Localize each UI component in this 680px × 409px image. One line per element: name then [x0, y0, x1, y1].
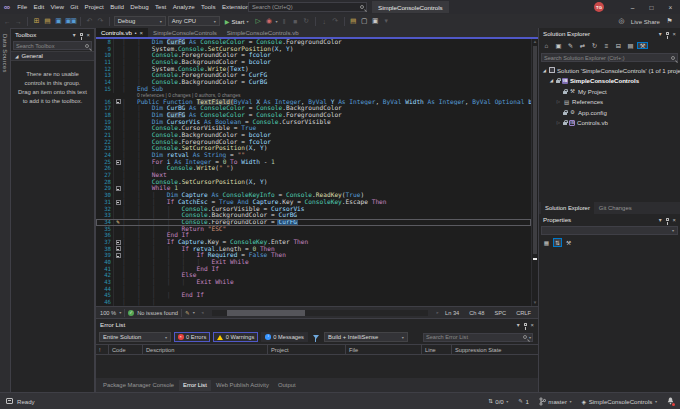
error-list-search-input[interactable] — [424, 334, 521, 340]
properties-icon[interactable]: ⚒ — [637, 42, 648, 49]
code-line[interactable]: 38│ │ │ │ If retval.Length = 0 Then — [96, 246, 531, 253]
collapsed-arrow-icon[interactable]: ▷ — [556, 120, 561, 125]
code-line[interactable]: 37│ │ │ If Capture.Key = ConsoleKey.Ente… — [96, 239, 531, 246]
properties-object-dropdown[interactable]: ▾ — [541, 226, 678, 235]
undo-icon[interactable]: ↶ — [85, 17, 94, 25]
account-avatar[interactable]: TG — [594, 2, 604, 12]
collapsed-arrow-icon[interactable]: ▷ — [556, 99, 561, 104]
code-line[interactable]: 39│ │ │ │ │ If Required = False Then — [96, 252, 531, 259]
pending-edits-button[interactable]: ✎ 1 — [518, 398, 529, 405]
code-line[interactable]: 19│ │ Dim CursorVis As Boolean = Console… — [96, 119, 531, 126]
column-header-file[interactable]: File — [346, 345, 422, 354]
expanded-arrow-icon[interactable]: ◢ — [549, 78, 554, 83]
document-tab[interactable]: Controls.vb•× — [96, 28, 148, 37]
minimize-button[interactable]: – — [623, 0, 642, 14]
column-header-line[interactable]: Line — [422, 345, 452, 354]
start-debugging-button[interactable]: ▶Start▾ — [222, 18, 252, 25]
repository-button[interactable]: ◈ SimpleConsoleControls ▾ — [582, 398, 657, 405]
tree-item-solution-simpleconsolecontrols[interactable]: ◢Solution 'SimpleConsoleControls' (1 of … — [539, 65, 680, 76]
collapse-region-icon[interactable] — [116, 200, 121, 205]
scrollbar-thumb[interactable] — [533, 46, 537, 254]
column-header-project[interactable]: Project — [268, 345, 346, 354]
pin-icon[interactable] — [666, 218, 669, 221]
warnings-toggle-button[interactable]: 0 Warnings — [213, 332, 258, 342]
code-line[interactable]: 15│ End Sub — [96, 86, 531, 93]
categorized-icon[interactable]: ▦ — [542, 238, 551, 247]
tree-item-my-project[interactable]: ⚒My Project — [539, 86, 680, 97]
code-line[interactable]: 18│ │ Dim CurFG As ConsoleColor = Consol… — [96, 112, 531, 119]
scroll-left-icon[interactable]: ◂ — [198, 310, 207, 315]
code-line[interactable]: 25│ │ For i As Integer = 0 To Width - 1 — [96, 159, 531, 166]
data-sources-side-tab[interactable]: Data Sources — [2, 28, 8, 73]
code-line[interactable]: 26│ │ │ Console.Write(" ") — [96, 165, 531, 172]
column-header-suppression-state[interactable]: Suppression State — [452, 345, 538, 354]
chevron-down-icon[interactable]: ▾ — [659, 31, 662, 37]
open-file-icon[interactable]: ▤ — [43, 17, 52, 25]
code-line[interactable]: 9│ │ System.Console.SetCursorPosition(X,… — [96, 46, 531, 53]
code-area[interactable]: 8│ │ Dim CurFG As ConsoleColor = Console… — [96, 39, 531, 306]
stop-debugging-icon[interactable]: ■ — [291, 18, 300, 25]
menu-git[interactable]: Git — [67, 0, 81, 14]
show-all-files-icon[interactable]: ▤ — [625, 42, 636, 49]
filter-icon[interactable] — [313, 335, 319, 339]
code-line[interactable]: 23│ │ Console.SetCursorPosition(X, Y) — [96, 145, 531, 152]
code-line[interactable]: 31│ │ │ If CatchEsc = True And Capture.K… — [96, 199, 531, 206]
switch-views-icon[interactable]: ▣ — [553, 42, 564, 49]
code-line[interactable]: 44│ │ │ — [96, 286, 531, 293]
solution-configurations-dropdown[interactable]: Debug▾ — [114, 16, 166, 26]
alphabetical-icon[interactable]: ⇅ — [553, 238, 562, 247]
collapse-region-icon[interactable] — [116, 240, 121, 245]
solution-platforms-dropdown[interactable]: Any CPU▾ — [168, 16, 220, 26]
code-line[interactable]: 27│ │ Next — [96, 172, 531, 179]
code-line[interactable]: 11│ │ Console.BackgroundColor = bcolor — [96, 59, 531, 66]
background-tasks-icon[interactable] — [6, 398, 13, 404]
code-line[interactable]: 46│ │ │ — [96, 299, 531, 306]
messages-toggle-button[interactable]: i 0 Messages — [261, 332, 308, 342]
collapse-region-icon[interactable] — [116, 99, 121, 104]
restart-icon[interactable]: ↻ — [302, 17, 311, 25]
code-line[interactable]: 16│ Public Function TextField(ByVal X As… — [96, 99, 531, 106]
chevron-down-icon[interactable]: ▾ — [119, 310, 121, 315]
nav-backward-icon[interactable]: ← — [3, 18, 12, 25]
collapse-region-icon[interactable] — [116, 253, 121, 258]
code-line[interactable]: 36│ │ │ End If — [96, 232, 531, 239]
code-line[interactable]: 12│ │ System.Console.Write(Text) — [96, 66, 531, 73]
start-without-debugging-icon[interactable]: ▷ — [254, 17, 263, 25]
code-line[interactable]: 17│ │ Dim CurBG As ConsoleColor = Consol… — [96, 105, 531, 112]
redo-icon[interactable]: ↷ — [96, 17, 105, 25]
code-line[interactable]: 29│ │ While 1 — [96, 185, 531, 192]
errors-toggle-button[interactable]: × 0 Errors — [174, 332, 210, 342]
menu-edit[interactable]: Edit — [30, 0, 47, 14]
pending-changes-filter-icon[interactable]: ✎ — [565, 42, 576, 49]
refresh-icon[interactable]: ↻ — [589, 42, 600, 49]
feedback-icon[interactable]: ⚑ — [665, 17, 674, 25]
property-pages-icon[interactable]: ⚒ — [564, 238, 573, 247]
code-line[interactable]: 21│ │ Console.BackgroundColor = bcolor — [96, 132, 531, 139]
code-line[interactable]: 22│ │ Console.ForegroundColor = fcolor — [96, 139, 531, 146]
chevron-down-icon[interactable]: ▾ — [73, 32, 76, 38]
close-icon[interactable]: × — [673, 217, 676, 223]
save-all-icon[interactable]: ▣▣ — [65, 17, 76, 25]
chevron-down-icon[interactable]: ▾ — [517, 322, 520, 328]
vertical-scrollbar[interactable]: ▲ ▼ — [531, 39, 538, 306]
close-icon[interactable]: × — [673, 31, 676, 37]
collapse-region-icon[interactable] — [116, 160, 121, 165]
search-input[interactable] — [249, 4, 358, 10]
menu-analyze[interactable]: Analyze — [170, 0, 198, 14]
pin-icon[interactable] — [524, 323, 527, 326]
chevron-down-icon[interactable]: ▾ — [276, 19, 278, 24]
menu-file[interactable]: File — [14, 0, 30, 14]
save-icon[interactable]: ▣ — [54, 17, 63, 25]
zoom-level[interactable]: 100 % — [100, 310, 116, 316]
bottom-tab-output[interactable]: Output — [274, 380, 300, 391]
hot-reload-icon[interactable]: ◉ — [265, 17, 274, 25]
step-into-icon[interactable]: ↓ — [320, 18, 329, 25]
pin-icon[interactable] — [80, 33, 83, 36]
code-line[interactable]: 42│ │ │ │ Else — [96, 272, 531, 279]
bottom-tab-error-list[interactable]: Error List — [179, 380, 211, 391]
live-share-button[interactable]: Live Share — [631, 18, 660, 25]
close-icon[interactable]: × — [87, 32, 90, 38]
bottom-tab-web-publish-activity[interactable]: Web Publish Activity — [212, 380, 273, 391]
column-header-code[interactable]: Code — [109, 345, 143, 354]
code-line[interactable]: 34✎│ │ │ │ Console.ForegroundColor = Cur… — [96, 219, 531, 226]
